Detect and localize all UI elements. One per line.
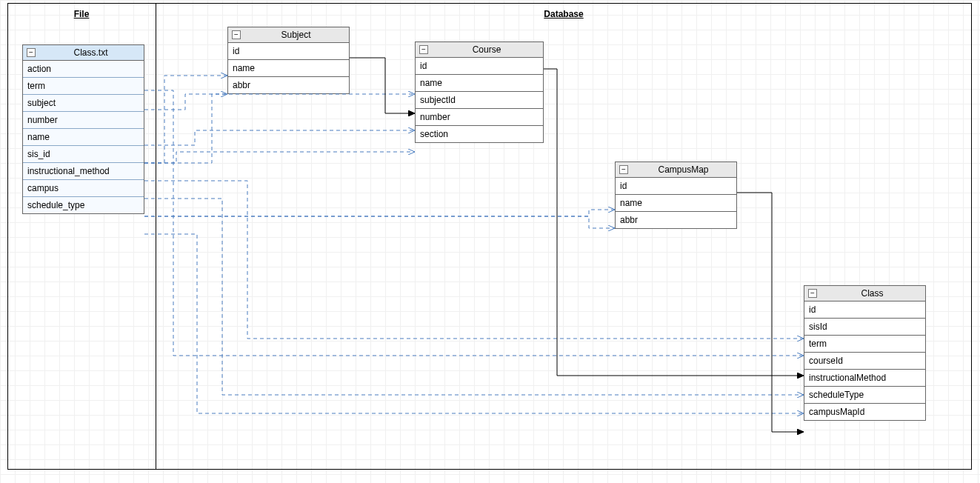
field-row[interactable]: name [616,195,736,212]
field-row[interactable]: schedule_type [23,197,144,213]
entity-title: Class [823,288,921,299]
entity-classtxt[interactable]: − Class.txt action term subject number n… [22,44,144,214]
field-row[interactable]: id [228,43,349,60]
field-row[interactable]: abbr [228,77,349,93]
field-row[interactable]: abbr [616,212,736,228]
entity-campusmap[interactable]: − CampusMap id name abbr [615,161,737,229]
collapse-icon[interactable]: − [808,289,817,298]
entity-course[interactable]: − Course id name subjectId number sectio… [415,41,544,143]
field-row[interactable]: instructionalMethod [804,370,925,387]
field-row[interactable]: sis_id [23,146,144,163]
entity-header[interactable]: − Course [416,42,543,58]
entity-title: CampusMap [634,164,733,175]
collapse-icon[interactable]: − [419,45,428,54]
collapse-icon[interactable]: − [619,165,628,174]
field-row[interactable]: section [416,126,543,142]
field-row[interactable]: id [416,58,543,75]
field-row[interactable]: sisId [804,319,925,336]
field-row[interactable]: term [23,78,144,95]
entity-subject[interactable]: − Subject id name abbr [227,27,350,94]
field-row[interactable]: scheduleType [804,387,925,404]
entity-title: Course [434,44,539,55]
entity-header[interactable]: − Subject [228,27,349,43]
section-divider [156,3,156,470]
entity-title: Class.txt [41,47,140,58]
entity-header[interactable]: − Class.txt [23,45,144,61]
section-label-file: File [7,9,156,19]
collapse-icon[interactable]: − [27,48,36,57]
diagram-canvas[interactable]: File Database − Class.txt action term su… [0,0,980,483]
field-row[interactable]: action [23,61,144,78]
field-row[interactable]: campus [23,180,144,197]
section-label-database: Database [156,9,972,19]
field-row[interactable]: instructional_method [23,163,144,180]
collapse-icon[interactable]: − [232,30,241,39]
entity-header[interactable]: − CampusMap [616,162,736,178]
field-row[interactable]: name [23,129,144,146]
entity-header[interactable]: − Class [804,286,925,302]
field-row[interactable]: name [228,60,349,77]
field-row[interactable]: courseId [804,353,925,370]
field-row[interactable]: subjectId [416,92,543,109]
field-row[interactable]: name [416,75,543,92]
entity-title: Subject [247,30,345,40]
field-row[interactable]: number [416,109,543,126]
field-row[interactable]: id [616,178,736,195]
field-row[interactable]: term [804,336,925,353]
field-row[interactable]: campusMapId [804,404,925,420]
field-row[interactable]: number [23,112,144,129]
field-row[interactable]: id [804,302,925,319]
field-row[interactable]: subject [23,95,144,112]
entity-class[interactable]: − Class id sisId term courseId instructi… [804,285,926,421]
